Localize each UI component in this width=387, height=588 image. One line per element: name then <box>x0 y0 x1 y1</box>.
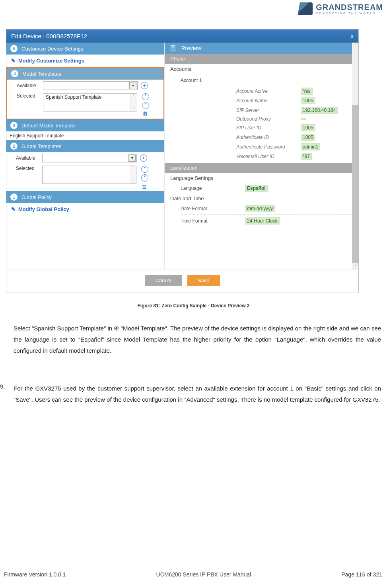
trash-icon[interactable]: 🗑 <box>141 183 148 189</box>
preview-panel: Preview Phone Accounts Account 1 Account… <box>165 43 358 270</box>
selected-label: Selected <box>17 93 40 99</box>
scroll-thumb[interactable] <box>352 105 358 263</box>
scroll-down-icon[interactable]: ˅ <box>131 107 137 111</box>
scroll-up-icon[interactable]: ˄ <box>131 94 137 98</box>
field-label: Language <box>181 186 245 191</box>
section-label: Global Policy <box>21 194 52 200</box>
left-panel: 5 Customize Device Settings ✎ Modify Cus… <box>6 43 165 270</box>
section-model-templates[interactable]: 4 Model Templates <box>7 68 163 80</box>
section-global-templates[interactable]: 2 Global Templates <box>6 140 164 152</box>
field-label: Time Format <box>181 218 245 224</box>
selected-template-value: Spanish Support Template <box>46 94 102 100</box>
field-value: Yes <box>301 88 313 95</box>
dialog-titlebar: Edit Device : 000B82578F12 x <box>6 29 358 43</box>
listbox-scrollbar[interactable]: ˄ ˅ <box>130 166 136 184</box>
field-value: *97 <box>301 153 312 160</box>
field-value: 1005 <box>301 97 315 104</box>
scroll-down-icon[interactable]: ˅ <box>130 180 136 184</box>
field-label: Outbound Proxy <box>236 116 301 122</box>
cancel-button[interactable]: Cancel <box>145 275 181 286</box>
dotted-divider <box>181 215 358 215</box>
footer-page-number: Page 116 of 321 <box>341 571 382 578</box>
trash-icon[interactable]: 🗑 <box>142 111 148 117</box>
badge-3-icon: 3 <box>10 122 18 129</box>
chevron-down-icon[interactable]: ▾ <box>128 154 136 162</box>
body-paragraph-2: For the GXV3275 used by the customer sup… <box>14 383 381 405</box>
document-icon <box>170 45 177 51</box>
field-value: admin1 <box>301 143 320 150</box>
section-label: Default Model Template <box>21 123 76 129</box>
preview-title: Preview <box>181 45 201 51</box>
available-label: Available <box>16 155 39 161</box>
field-value: 192.168.40.184 <box>301 107 338 114</box>
list-number: 9. <box>0 383 5 390</box>
svg-rect-0 <box>171 45 175 51</box>
field-value: 1005 <box>301 134 315 141</box>
close-icon[interactable]: x <box>351 33 354 39</box>
field-label: SIP Server <box>236 107 301 113</box>
global-available-select[interactable]: ▾ <box>42 154 137 162</box>
listbox-scrollbar[interactable]: ˄ ˅ <box>130 94 137 111</box>
preview-scrollbar[interactable]: ˄ ˅ <box>352 43 358 270</box>
field-value: Español <box>245 185 268 192</box>
badge-5-icon: 5 <box>10 45 18 52</box>
dialog-title: Edit Device : 000B82578F12 <box>11 33 87 39</box>
field-value: mm-dd-yyyy <box>245 205 275 212</box>
edit-device-dialog: Edit Device : 000B82578F12 x 5 Customize… <box>6 29 359 293</box>
footer-manual-title: UCM6200 Series IP PBX User Manual <box>156 571 251 578</box>
language-settings-heading: Language Settings <box>165 173 358 184</box>
section-default-model-template[interactable]: 3 Default Model Template <box>6 119 164 131</box>
field-label: Voicemail User ID <box>236 154 301 159</box>
selected-label: Selected <box>16 166 39 171</box>
field-value <box>301 118 306 120</box>
field-label: Authenticate ID <box>236 135 301 140</box>
add-icon[interactable]: + <box>141 82 148 89</box>
move-up-icon[interactable]: ˄ <box>142 93 149 100</box>
section-label: Customize Device Settings <box>21 46 83 52</box>
preview-header: Preview <box>165 43 358 54</box>
badge-1-icon: 1 <box>10 193 18 201</box>
add-icon[interactable]: + <box>140 154 147 162</box>
global-selected-list[interactable]: ˄ ˅ <box>42 166 136 184</box>
field-value: 24-Hour Clock <box>245 217 280 225</box>
body-paragraph-2-text: For the GXV3275 used by the customer sup… <box>14 383 381 405</box>
field-label: SIP User ID <box>236 125 301 131</box>
localization-section-bar: Localization <box>165 163 358 173</box>
section-label: Model Templates <box>22 71 61 77</box>
move-down-icon[interactable]: ˅ <box>141 174 148 182</box>
phone-section-bar: Phone <box>165 54 358 64</box>
default-template-name: English Support Template <box>6 131 164 140</box>
save-button[interactable]: Save <box>187 275 220 286</box>
field-label: Date Format <box>181 206 245 211</box>
modify-customize-label: Modify Customize Settings <box>18 58 84 64</box>
scroll-down-icon[interactable]: ˅ <box>352 263 358 270</box>
field-value: 1005 <box>301 124 315 131</box>
date-time-heading: Date and Time <box>165 193 358 204</box>
logo-tagline: CONNECTING THE WORLD <box>316 12 383 15</box>
footer-firmware: Firmware Version 1.0.0.1 <box>4 571 66 578</box>
account1-heading: Account 1 <box>181 76 353 86</box>
modify-customize-link[interactable]: ✎ Modify Customize Settings <box>6 55 164 67</box>
modify-global-policy-label: Modify Global Policy <box>18 206 69 212</box>
move-down-icon[interactable]: ˅ <box>142 102 149 109</box>
dialog-button-row: Cancel Save <box>6 270 358 293</box>
model-templates-highlight: 4 Model Templates Available ▾ + Selected… <box>6 67 164 119</box>
section-global-policy[interactable]: 1 Global Policy <box>6 191 164 203</box>
scroll-up-icon[interactable]: ˄ <box>130 166 136 170</box>
logo-brand-text: GRANDSTREAM <box>316 3 383 12</box>
section-customize-device[interactable]: 5 Customize Device Settings <box>6 43 164 55</box>
field-label: Account Active <box>236 88 301 94</box>
badge-4-icon: 4 <box>11 70 18 77</box>
modify-global-policy-link[interactable]: ✎ Modify Global Policy <box>6 203 164 215</box>
selected-template-list[interactable]: Spanish Support Template ˄ ˅ <box>43 93 137 111</box>
available-label: Available <box>17 83 40 88</box>
available-template-select[interactable]: ▾ <box>43 81 138 90</box>
brand-logo: GRANDSTREAM CONNECTING THE WORLD <box>298 2 383 15</box>
move-up-icon[interactable]: ˄ <box>141 166 148 173</box>
field-label: Authenticate Password <box>236 144 301 150</box>
chevron-down-icon[interactable]: ▾ <box>129 82 136 89</box>
figure-caption: Figure 81: Zero Config Sample - Device P… <box>0 303 387 309</box>
body-paragraph-1: Select "Spanish Support Template" in ④ "… <box>14 323 381 356</box>
scroll-up-icon[interactable]: ˄ <box>352 43 358 49</box>
field-label: Account Name <box>236 98 301 104</box>
